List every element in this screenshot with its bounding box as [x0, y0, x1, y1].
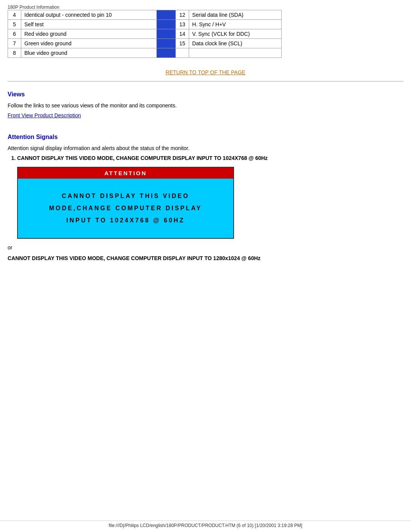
pin-num: 7 — [8, 39, 21, 48]
front-view-link[interactable]: Front View Product Description — [8, 112, 403, 118]
footer-text: file:///D|/Philips LCD/english/180P/PROD… — [109, 523, 303, 528]
table-row: 6 Red video ground 14 V. Sync (VCLK for … — [8, 29, 282, 39]
pin-num: 14 — [176, 29, 189, 39]
divider — [8, 81, 403, 81]
top-label: 180P Product Information — [8, 4, 403, 10]
pin-desc: Green video ground — [21, 39, 157, 48]
or-text: or — [8, 244, 403, 251]
pin-num: 8 — [8, 48, 21, 58]
views-section: Views Follow the links to see various vi… — [8, 91, 403, 118]
views-description: Follow the links to see various views of… — [8, 102, 403, 109]
pin-table: 4 Identical output - connected to pin 10… — [8, 10, 282, 58]
pin-num: 13 — [176, 20, 189, 29]
return-link[interactable]: RETURN TO TOP OF THE PAGE — [166, 69, 245, 75]
color-block — [157, 48, 176, 58]
attn-line1: CANNOT DISPLAY THIS VIDEO — [25, 190, 226, 202]
pin-desc: Self test — [21, 20, 157, 29]
pin-desc: Red video ground — [21, 29, 157, 39]
attention-body: CANNOT DISPLAY THIS VIDEO MODE,CHANGE CO… — [18, 179, 233, 238]
color-block — [157, 10, 176, 20]
footer: file:///D|/Philips LCD/english/180P/PROD… — [0, 521, 411, 528]
attention-item: CANNOT DISPLAY THIS VIDEO MODE, CHANGE C… — [17, 155, 403, 239]
attention-body-text: CANNOT DISPLAY THIS VIDEO MODE,CHANGE CO… — [25, 190, 226, 227]
pin-desc: Blue video ground — [21, 48, 157, 58]
attention-item-label: CANNOT DISPLAY THIS VIDEO MODE, CHANGE C… — [17, 155, 268, 161]
pin-num: 5 — [8, 20, 21, 29]
pin-num — [176, 48, 189, 58]
color-block — [157, 29, 176, 39]
attention-description: Attention signal display information and… — [8, 145, 403, 151]
pin-desc: Identical output - connected to pin 10 — [21, 10, 157, 20]
attention-box: ATTENTION CANNOT DISPLAY THIS VIDEO MODE… — [17, 167, 234, 239]
pin-desc — [189, 48, 282, 58]
attention-list: CANNOT DISPLAY THIS VIDEO MODE, CHANGE C… — [17, 155, 403, 239]
pin-num: 15 — [176, 39, 189, 48]
table-row: 5 Self test 13 H. Sync / H+V — [8, 20, 282, 29]
pin-desc: V. Sync (VCLK for DDC) — [189, 29, 282, 39]
attention-section: Attention Signals Attention signal displ… — [8, 134, 403, 261]
attention-header: ATTENTION — [18, 168, 233, 179]
front-view-anchor[interactable]: Front View Product Description — [8, 112, 81, 118]
attn-line2: MODE,CHANGE COMPUTER DISPLAY — [25, 202, 226, 214]
pin-desc: Serial data line (SDA) — [189, 10, 282, 20]
second-cannot-display: CANNOT DISPLAY THIS VIDEO MODE, CHANGE C… — [8, 255, 403, 261]
pin-num: 6 — [8, 29, 21, 39]
pin-desc: Data clock line (SCL) — [189, 39, 282, 48]
attention-title: Attention Signals — [8, 134, 403, 141]
views-title: Views — [8, 91, 403, 98]
table-row: 7 Green video ground 15 Data clock line … — [8, 39, 282, 48]
pin-desc: H. Sync / H+V — [189, 20, 282, 29]
return-to-top[interactable]: RETURN TO TOP OF THE PAGE — [8, 69, 403, 75]
color-block — [157, 20, 176, 29]
table-row: 8 Blue video ground — [8, 48, 282, 58]
attn-line3: INPUT TO 1024X768 @ 60HZ — [25, 214, 226, 227]
color-block — [157, 39, 176, 48]
pin-num: 4 — [8, 10, 21, 20]
table-row: 4 Identical output - connected to pin 10… — [8, 10, 282, 20]
pin-num: 12 — [176, 10, 189, 20]
